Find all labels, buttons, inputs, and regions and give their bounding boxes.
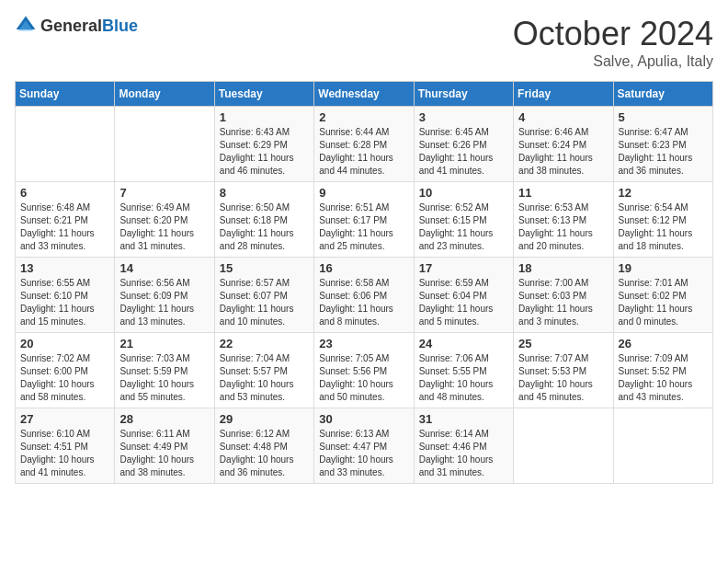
- calendar-cell: 4Sunrise: 6:46 AM Sunset: 6:24 PM Daylig…: [514, 107, 613, 182]
- cell-content: Sunrise: 6:49 AM Sunset: 6:20 PM Dayligh…: [119, 201, 209, 253]
- calendar-cell: 19Sunrise: 7:01 AM Sunset: 6:02 PM Dayli…: [613, 258, 712, 333]
- day-header-thursday: Thursday: [414, 82, 513, 107]
- day-number: 12: [619, 186, 708, 200]
- day-number: 22: [220, 337, 309, 350]
- calendar-cell: 26Sunrise: 7:09 AM Sunset: 5:52 PM Dayli…: [613, 333, 712, 408]
- day-number: 28: [119, 412, 209, 426]
- calendar-cell: 24Sunrise: 7:06 AM Sunset: 5:55 PM Dayli…: [414, 333, 513, 408]
- day-number: 3: [419, 110, 508, 124]
- day-number: 10: [419, 186, 508, 200]
- day-number: 24: [419, 337, 508, 350]
- calendar-cell: 15Sunrise: 6:57 AM Sunset: 6:07 PM Dayli…: [214, 258, 313, 333]
- day-number: 4: [518, 110, 608, 124]
- logo: GeneralBlue: [15, 15, 138, 37]
- calendar-cell: 9Sunrise: 6:51 AM Sunset: 6:17 PM Daylig…: [314, 182, 414, 258]
- cell-content: Sunrise: 6:54 AM Sunset: 6:12 PM Dayligh…: [619, 201, 708, 253]
- cell-content: Sunrise: 6:14 AM Sunset: 4:46 PM Dayligh…: [419, 428, 508, 479]
- day-number: 23: [319, 337, 408, 350]
- day-number: 21: [119, 337, 209, 350]
- calendar-week-5: 27Sunrise: 6:10 AM Sunset: 4:51 PM Dayli…: [16, 408, 713, 484]
- cell-content: Sunrise: 6:57 AM Sunset: 6:07 PM Dayligh…: [220, 277, 309, 328]
- calendar-cell: 14Sunrise: 6:56 AM Sunset: 6:09 PM Dayli…: [115, 258, 214, 333]
- cell-content: Sunrise: 7:04 AM Sunset: 5:57 PM Dayligh…: [220, 352, 309, 404]
- calendar-cell: 16Sunrise: 6:58 AM Sunset: 6:06 PM Dayli…: [314, 258, 414, 333]
- calendar-cell: 12Sunrise: 6:54 AM Sunset: 6:12 PM Dayli…: [613, 182, 712, 258]
- day-number: 1: [220, 110, 309, 124]
- calendar-cell: 2Sunrise: 6:44 AM Sunset: 6:28 PM Daylig…: [314, 107, 414, 182]
- cell-content: Sunrise: 7:07 AM Sunset: 5:53 PM Dayligh…: [518, 352, 608, 404]
- day-header-sunday: Sunday: [16, 82, 115, 107]
- calendar-week-3: 13Sunrise: 6:55 AM Sunset: 6:10 PM Dayli…: [16, 258, 713, 333]
- page-header: GeneralBlue October 2024 Salve, Apulia, …: [15, 15, 713, 70]
- calendar-cell: 18Sunrise: 7:00 AM Sunset: 6:03 PM Dayli…: [514, 258, 613, 333]
- calendar-cell: 22Sunrise: 7:04 AM Sunset: 5:57 PM Dayli…: [214, 333, 313, 408]
- cell-content: Sunrise: 6:10 AM Sunset: 4:51 PM Dayligh…: [20, 428, 109, 479]
- calendar-cell: 28Sunrise: 6:11 AM Sunset: 4:49 PM Dayli…: [115, 408, 214, 484]
- cell-content: Sunrise: 6:59 AM Sunset: 6:04 PM Dayligh…: [419, 277, 508, 328]
- calendar-cell: [16, 107, 115, 182]
- cell-content: Sunrise: 7:00 AM Sunset: 6:03 PM Dayligh…: [518, 277, 608, 328]
- day-header-saturday: Saturday: [613, 82, 712, 107]
- logo-general: General: [40, 17, 102, 35]
- day-number: 30: [319, 412, 408, 426]
- cell-content: Sunrise: 6:50 AM Sunset: 6:18 PM Dayligh…: [220, 201, 309, 253]
- cell-content: Sunrise: 7:01 AM Sunset: 6:02 PM Dayligh…: [619, 277, 708, 328]
- cell-content: Sunrise: 6:46 AM Sunset: 6:24 PM Dayligh…: [518, 126, 608, 178]
- calendar-cell: 6Sunrise: 6:48 AM Sunset: 6:21 PM Daylig…: [16, 182, 115, 258]
- calendar-cell: [613, 408, 712, 484]
- day-header-tuesday: Tuesday: [214, 82, 313, 107]
- cell-content: Sunrise: 6:43 AM Sunset: 6:29 PM Dayligh…: [220, 126, 309, 178]
- day-number: 5: [619, 110, 708, 124]
- cell-content: Sunrise: 6:53 AM Sunset: 6:13 PM Dayligh…: [518, 201, 608, 253]
- calendar-week-1: 1Sunrise: 6:43 AM Sunset: 6:29 PM Daylig…: [16, 107, 713, 182]
- day-number: 11: [518, 186, 608, 200]
- calendar-header-row: SundayMondayTuesdayWednesdayThursdayFrid…: [16, 82, 713, 107]
- calendar-cell: 8Sunrise: 6:50 AM Sunset: 6:18 PM Daylig…: [214, 182, 313, 258]
- day-number: 15: [220, 261, 309, 275]
- logo-icon: [15, 15, 37, 37]
- calendar-week-2: 6Sunrise: 6:48 AM Sunset: 6:21 PM Daylig…: [16, 182, 713, 258]
- calendar-cell: 30Sunrise: 6:13 AM Sunset: 4:47 PM Dayli…: [314, 408, 414, 484]
- calendar-cell: 5Sunrise: 6:47 AM Sunset: 6:23 PM Daylig…: [613, 107, 712, 182]
- calendar-cell: 25Sunrise: 7:07 AM Sunset: 5:53 PM Dayli…: [514, 333, 613, 408]
- cell-content: Sunrise: 7:02 AM Sunset: 6:00 PM Dayligh…: [20, 352, 109, 404]
- title-block: October 2024 Salve, Apulia, Italy: [513, 15, 713, 70]
- day-number: 31: [419, 412, 508, 426]
- calendar-cell: 3Sunrise: 6:45 AM Sunset: 6:26 PM Daylig…: [414, 107, 513, 182]
- cell-content: Sunrise: 7:03 AM Sunset: 5:59 PM Dayligh…: [119, 352, 209, 404]
- calendar-cell: 1Sunrise: 6:43 AM Sunset: 6:29 PM Daylig…: [214, 107, 313, 182]
- day-number: 8: [220, 186, 309, 200]
- cell-content: Sunrise: 6:52 AM Sunset: 6:15 PM Dayligh…: [419, 201, 508, 253]
- day-number: 7: [119, 186, 209, 200]
- calendar-cell: 13Sunrise: 6:55 AM Sunset: 6:10 PM Dayli…: [16, 258, 115, 333]
- cell-content: Sunrise: 6:56 AM Sunset: 6:09 PM Dayligh…: [119, 277, 209, 328]
- calendar-cell: [514, 408, 613, 484]
- cell-content: Sunrise: 6:48 AM Sunset: 6:21 PM Dayligh…: [20, 201, 109, 253]
- calendar-body: 1Sunrise: 6:43 AM Sunset: 6:29 PM Daylig…: [16, 107, 713, 484]
- calendar-cell: 23Sunrise: 7:05 AM Sunset: 5:56 PM Dayli…: [314, 333, 414, 408]
- day-header-monday: Monday: [115, 82, 214, 107]
- cell-content: Sunrise: 7:06 AM Sunset: 5:55 PM Dayligh…: [419, 352, 508, 404]
- day-number: 26: [619, 337, 708, 350]
- calendar-cell: 31Sunrise: 6:14 AM Sunset: 4:46 PM Dayli…: [414, 408, 513, 484]
- day-number: 13: [20, 261, 109, 275]
- calendar-cell: 20Sunrise: 7:02 AM Sunset: 6:00 PM Dayli…: [16, 333, 115, 408]
- calendar-cell: 7Sunrise: 6:49 AM Sunset: 6:20 PM Daylig…: [115, 182, 214, 258]
- day-number: 18: [518, 261, 608, 275]
- calendar-cell: 17Sunrise: 6:59 AM Sunset: 6:04 PM Dayli…: [414, 258, 513, 333]
- cell-content: Sunrise: 6:44 AM Sunset: 6:28 PM Dayligh…: [319, 126, 408, 178]
- calendar-cell: [115, 107, 214, 182]
- day-header-friday: Friday: [514, 82, 613, 107]
- calendar-cell: 11Sunrise: 6:53 AM Sunset: 6:13 PM Dayli…: [514, 182, 613, 258]
- day-header-wednesday: Wednesday: [314, 82, 414, 107]
- logo-blue: Blue: [102, 17, 138, 35]
- day-number: 6: [20, 186, 109, 200]
- cell-content: Sunrise: 6:11 AM Sunset: 4:49 PM Dayligh…: [119, 428, 209, 479]
- day-number: 2: [319, 110, 408, 124]
- calendar-week-4: 20Sunrise: 7:02 AM Sunset: 6:00 PM Dayli…: [16, 333, 713, 408]
- day-number: 20: [20, 337, 109, 350]
- day-number: 25: [518, 337, 608, 350]
- cell-content: Sunrise: 6:12 AM Sunset: 4:48 PM Dayligh…: [220, 428, 309, 479]
- day-number: 17: [419, 261, 508, 275]
- calendar-cell: 21Sunrise: 7:03 AM Sunset: 5:59 PM Dayli…: [115, 333, 214, 408]
